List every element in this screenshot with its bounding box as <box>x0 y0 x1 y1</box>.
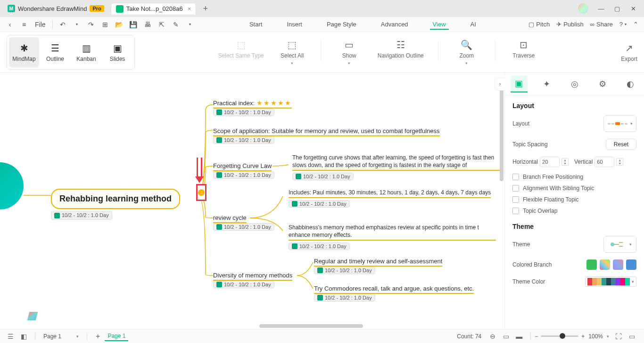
zoom-slider[interactable]: − + <box>535 333 585 340</box>
minimize-panel-icon[interactable]: ▭ <box>626 331 637 342</box>
branch-swatch-1[interactable] <box>586 259 597 270</box>
theme-color-selector[interactable]: ▾ <box>585 276 636 287</box>
viewmode-slides[interactable]: ▣Slides <box>102 37 132 67</box>
date-chip[interactable]: 10/2 - 10/2 : 1.0 Day <box>213 171 274 179</box>
select-all-button[interactable]: ⬚Select All▾ <box>278 39 306 66</box>
show-button[interactable]: ▭Show▾ <box>335 39 363 66</box>
new-icon[interactable]: ⊞ <box>99 18 111 31</box>
save-icon[interactable]: 💾 <box>127 18 140 31</box>
tab-page-style[interactable]: Page Style <box>324 19 359 30</box>
tab-ai[interactable]: AI <box>468 19 479 30</box>
panel-tab-settings[interactable]: ⚙ <box>594 75 611 92</box>
date-chip[interactable]: 10/2 - 10/2 : 1.0 Day <box>213 136 274 144</box>
help-button[interactable]: ?▾ <box>619 21 627 28</box>
branch-swatch-3[interactable] <box>613 259 623 270</box>
publish-button[interactable]: ✈Publish <box>556 21 584 28</box>
close-tab-icon[interactable]: × <box>188 5 191 12</box>
opt-branch-free[interactable]: Branch Free Positioning <box>512 174 636 180</box>
node-review-cycle-includes[interactable]: Includes: Paul minutes, 30 minutes, 12 h… <box>289 189 491 208</box>
zoom-percent[interactable]: 100% <box>588 333 603 340</box>
opt-topic-overlap[interactable]: Topic Overlap <box>512 208 636 214</box>
file-menu[interactable]: File <box>32 18 49 31</box>
opt-flexible-floating[interactable]: Flexible Floating Topic <box>512 196 636 203</box>
node-forgetting-curve-detail[interactable]: The forgetting curve shows that after le… <box>292 154 500 181</box>
app-tab[interactable]: M Wondershare EdrawMind Pro <box>3 3 109 14</box>
date-chip[interactable]: 10/2 - 10/2 : 1.0 Day <box>213 281 274 288</box>
node-review-cycle-memory[interactable]: Shabbiness's memory method emphasizes re… <box>289 224 496 251</box>
root-circle[interactable] <box>0 162 24 209</box>
export-button[interactable]: ↗Export <box>621 42 637 62</box>
zoom-out-icon[interactable]: − <box>535 333 538 340</box>
hamburger-icon[interactable]: ≡ <box>18 18 30 31</box>
fit-page-icon[interactable]: ▭ <box>500 331 512 342</box>
node-forgetting-curve[interactable]: Forgetting Curve Law 10/2 - 10/2 : 1.0 D… <box>213 162 274 179</box>
page-selector[interactable]: Page 1▾ <box>39 332 83 341</box>
fullscreen-icon[interactable]: ⛶ <box>613 331 624 342</box>
viewmode-kanban[interactable]: ▥Kanban <box>71 37 101 67</box>
pitch-button[interactable]: ▢Pitch <box>528 21 550 28</box>
add-tab-button[interactable]: + <box>198 4 213 14</box>
close-window-button[interactable]: ✕ <box>625 2 641 15</box>
tab-insert[interactable]: Insert <box>284 19 305 30</box>
theme-selector[interactable]: ▾ <box>603 236 636 253</box>
document-tab[interactable]: Take Not...p_0208a6 × <box>111 3 197 15</box>
opt-alignment-sibling[interactable]: Alignment With Sibling Topic <box>512 185 636 192</box>
panel-toggle-icon[interactable]: ◧ <box>18 331 29 342</box>
panel-tab-tag[interactable]: ◎ <box>566 75 583 92</box>
maximize-button[interactable]: ▢ <box>609 2 625 15</box>
panel-collapse-button[interactable]: › <box>495 77 505 91</box>
branch-swatch-4[interactable] <box>626 259 636 270</box>
node-diversity-try[interactable]: Try Commodores recall, talk and argue, a… <box>314 285 474 302</box>
zoom-button[interactable]: 🔍Zoom▾ <box>453 39 481 66</box>
zoom-in-icon[interactable]: + <box>581 333 585 340</box>
vertical-input[interactable]: 60 <box>594 157 614 167</box>
reset-button[interactable]: Reset <box>606 139 636 150</box>
date-chip[interactable]: 10/2 - 10/2 : 1.0 Day <box>213 109 274 116</box>
panel-tab-layout[interactable]: ▣ <box>511 75 528 92</box>
fit-view-icon[interactable]: ⊖ <box>487 331 498 342</box>
collapse-icon[interactable]: – <box>198 189 205 196</box>
slider-track[interactable] <box>541 335 578 337</box>
node-practical-index[interactable]: Practical index: ★★★★★ 10/2 - 10/2 : 1.0… <box>213 99 292 117</box>
canvas[interactable]: Rehabbing learning method 10/2 - 10/2 : … <box>0 73 504 329</box>
outline-toggle-icon[interactable]: ☰ <box>5 331 16 342</box>
node-scope[interactable]: Scope of application: Suitable for memor… <box>213 127 440 144</box>
tab-advanced[interactable]: Advanced <box>378 19 411 30</box>
date-chip[interactable]: 10/2 - 10/2 : 1.0 Day <box>213 223 274 231</box>
root-node[interactable]: Rehabbing learning method 10/2 - 10/2 : … <box>51 189 180 220</box>
panel-tab-style[interactable]: ✦ <box>538 75 555 92</box>
horizontal-stepper[interactable]: ▲▼ <box>561 158 569 166</box>
chevron-down-icon[interactable]: ▾ <box>607 334 609 339</box>
date-chip[interactable]: 10/2 - 10/2 : 1.0 Day <box>289 243 350 250</box>
undo-dropdown-icon[interactable]: ▾ <box>71 18 83 31</box>
panel-tab-history[interactable]: ◐ <box>622 75 639 92</box>
print-icon[interactable]: 🖶 <box>141 18 154 31</box>
date-chip[interactable]: 10/2 - 10/2 : 1.0 Day <box>292 173 354 180</box>
edit-icon[interactable]: ✎ <box>170 18 182 31</box>
viewmode-outline[interactable]: ☰Outline <box>40 37 70 67</box>
user-avatar[interactable] <box>578 3 588 14</box>
date-chip[interactable]: 10/2 - 10/2 : 1.0 Day <box>51 211 112 219</box>
horizontal-scrollbar[interactable] <box>259 324 363 328</box>
tab-view[interactable]: View <box>430 19 449 30</box>
node-diversity-regular[interactable]: Regular and timely review and self-asses… <box>314 258 442 275</box>
slider-thumb[interactable] <box>560 333 565 339</box>
fit-width-icon[interactable]: ▬ <box>513 331 525 342</box>
minimize-button[interactable]: — <box>593 2 609 15</box>
add-page-button[interactable]: + <box>96 332 100 341</box>
redo-icon[interactable]: ↷ <box>85 18 97 31</box>
date-chip[interactable]: 10/2 - 10/2 : 1.0 Day <box>289 200 350 208</box>
open-icon[interactable]: 📂 <box>113 18 125 31</box>
node-diversity[interactable]: Diversity of memory methods 10/2 - 10/2 … <box>213 272 292 289</box>
share-button[interactable]: ∞Share <box>590 21 613 28</box>
horizontal-input[interactable]: 20 <box>540 157 560 167</box>
branch-swatch-2[interactable] <box>600 259 610 270</box>
collapse-ribbon-icon[interactable]: ⌃ <box>633 21 638 28</box>
undo-icon[interactable]: ↶ <box>57 18 69 31</box>
back-icon[interactable]: ‹ <box>4 18 16 31</box>
node-review-cycle[interactable]: review cycle 10/2 - 10/2 : 1.0 Day <box>213 214 274 231</box>
vertical-scrollbar[interactable] <box>500 77 504 181</box>
date-chip[interactable]: 10/2 - 10/2 : 1.0 Day <box>314 267 375 274</box>
traverse-button[interactable]: ⊡Traverse <box>510 39 538 59</box>
vertical-stepper[interactable]: ▲▼ <box>616 158 623 166</box>
